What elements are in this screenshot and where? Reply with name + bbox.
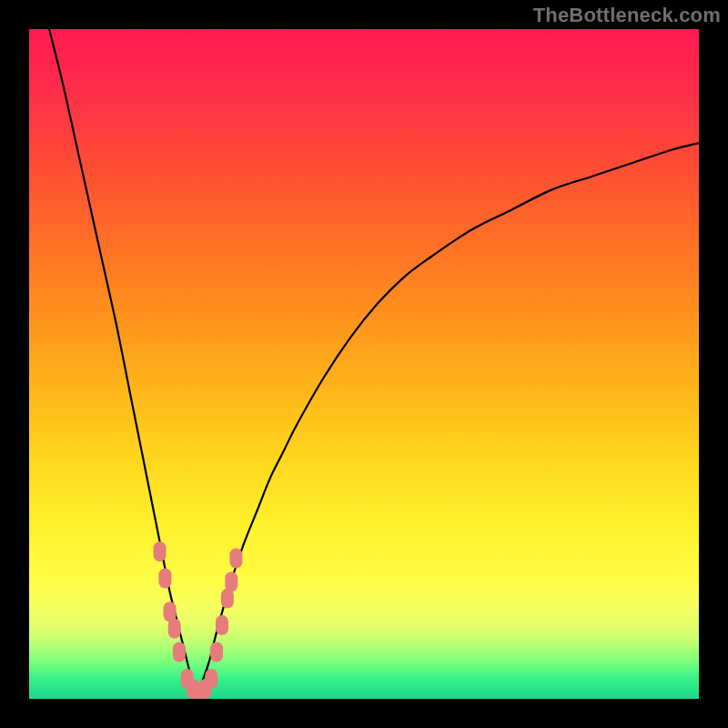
curve-right: [197, 143, 699, 693]
curve-left: [49, 29, 197, 693]
marker-point: [225, 571, 238, 592]
marker-point: [216, 615, 228, 635]
chart-svg: [29, 29, 699, 699]
marker-point: [205, 669, 217, 689]
plot-area: [29, 29, 699, 699]
marker-group: [154, 541, 243, 699]
marker-point: [229, 548, 242, 568]
watermark-text: TheBottleneck.com: [533, 4, 721, 27]
marker-point: [154, 541, 167, 561]
chart-frame: TheBottleneck.com: [0, 0, 728, 728]
marker-point: [158, 569, 171, 589]
marker-point: [210, 642, 223, 662]
marker-point: [173, 642, 186, 662]
marker-point: [168, 619, 181, 639]
